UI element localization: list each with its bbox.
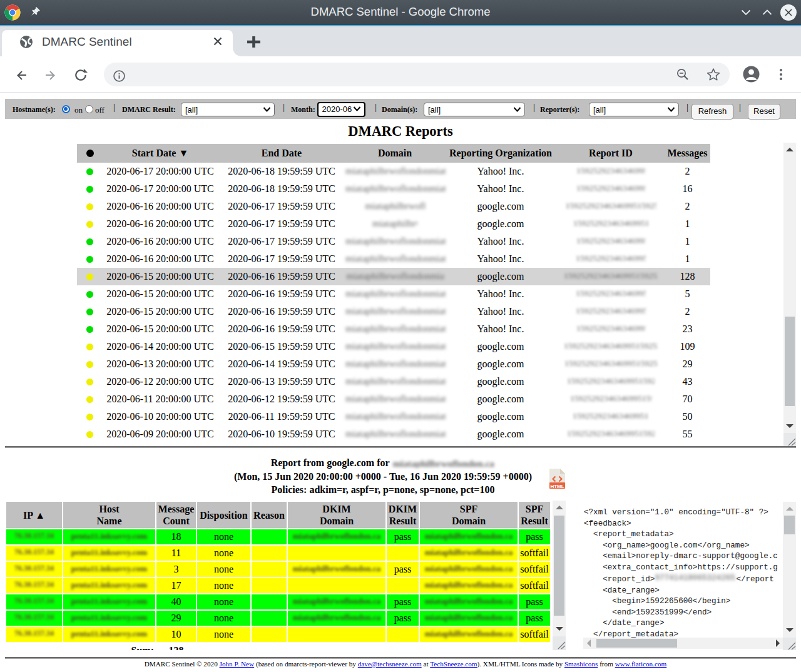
svg-text:HTML: HTML [550,484,564,489]
